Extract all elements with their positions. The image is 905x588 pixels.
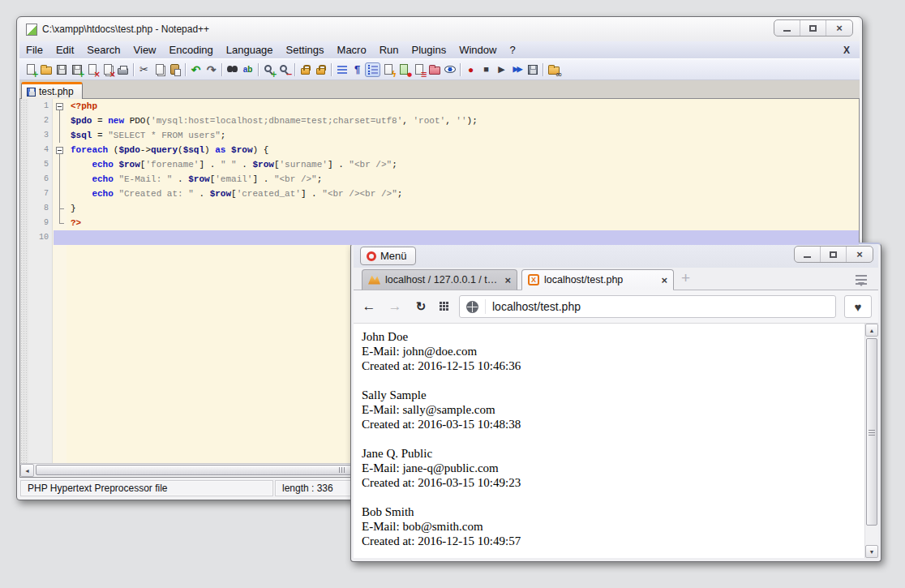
- menu-item-settings[interactable]: Settings: [280, 42, 331, 58]
- browser-tab[interactable]: localhost / 127.0.0.1 / test×: [362, 269, 517, 290]
- browser-tab-active[interactable]: localhost/test.php×: [521, 269, 674, 290]
- print-icon[interactable]: [115, 62, 131, 77]
- vertical-scrollbar[interactable]: ▲ ▼: [864, 324, 878, 558]
- folder-workspace-icon[interactable]: [427, 62, 442, 77]
- scroll-left-button[interactable]: ◄: [20, 464, 34, 477]
- code-text: [66, 230, 859, 245]
- stop-macro-icon[interactable]: ■: [478, 62, 494, 77]
- scroll-down-button[interactable]: ▼: [865, 545, 878, 558]
- undo-icon[interactable]: ↶: [188, 62, 204, 77]
- doc-map-icon[interactable]: ●: [396, 62, 411, 77]
- menu-item-run[interactable]: Run: [373, 42, 405, 58]
- open-folder-icon[interactable]: ∞: [546, 62, 561, 77]
- menu-item-edit[interactable]: Edit: [49, 42, 80, 58]
- menu-item-file[interactable]: File: [19, 42, 49, 58]
- bookmark-cell[interactable]: [20, 230, 28, 245]
- bookmark-heart-button[interactable]: ♥: [844, 295, 872, 318]
- menu-item-help[interactable]: ?: [503, 42, 521, 58]
- close-doc-icon[interactable]: ×: [84, 62, 100, 77]
- toolbar-separator: [294, 63, 295, 76]
- tab-close-icon[interactable]: ×: [504, 275, 511, 285]
- speed-dial-icon[interactable]: [440, 302, 449, 311]
- function-list-icon[interactable]: ϟ: [380, 62, 396, 77]
- menu-item-language[interactable]: Language: [220, 42, 280, 58]
- save-all-icon[interactable]: +: [69, 62, 84, 77]
- minimize-button[interactable]: [774, 20, 800, 36]
- save-macro-icon[interactable]: [525, 62, 540, 77]
- code-line-6: 6 echo "E-Mail: " . $row['email'] . "<br…: [20, 172, 859, 187]
- code-text: $sql = "SELECT * FROM users";: [66, 128, 859, 143]
- paste-icon[interactable]: [167, 62, 182, 77]
- new-file-icon[interactable]: +: [23, 62, 38, 77]
- menu-item-search[interactable]: Search: [80, 42, 127, 58]
- monitoring-icon[interactable]: [442, 62, 457, 77]
- menu-item-view[interactable]: View: [127, 42, 163, 58]
- bookmark-cell[interactable]: [20, 216, 28, 230]
- word-wrap-icon[interactable]: [334, 62, 350, 77]
- cut-icon[interactable]: ✂: [136, 62, 152, 77]
- fold-collapse-icon[interactable]: [54, 143, 66, 157]
- tab-close-icon[interactable]: ×: [661, 275, 667, 285]
- fold-marker: [54, 128, 66, 143]
- reload-button[interactable]: ↻: [412, 299, 430, 314]
- indent-guide-icon[interactable]: [365, 62, 380, 77]
- zoom-out-icon[interactable]: −: [277, 62, 292, 77]
- bookmark-cell[interactable]: [20, 128, 28, 143]
- bookmark-cell[interactable]: [20, 99, 28, 114]
- opera-titlebar[interactable]: Menü ×: [354, 244, 878, 268]
- minimize-button[interactable]: [795, 247, 821, 262]
- bookmark-cell[interactable]: [20, 201, 28, 216]
- redo-icon[interactable]: ↷: [204, 62, 219, 77]
- bookmark-cell[interactable]: [20, 172, 28, 187]
- bookmark-cell[interactable]: [20, 187, 28, 201]
- sync-horizontal-icon[interactable]: [313, 62, 328, 77]
- bookmark-cell[interactable]: [20, 114, 28, 128]
- maximize-button[interactable]: [821, 247, 847, 262]
- new-tab-button[interactable]: +: [681, 269, 690, 287]
- replace-icon[interactable]: ab: [240, 62, 255, 77]
- opera-menu-button[interactable]: Menü: [360, 247, 416, 265]
- maximize-button[interactable]: [800, 20, 826, 36]
- save-icon[interactable]: [54, 62, 69, 77]
- run-multiple-icon[interactable]: ▶▶: [509, 62, 525, 77]
- scroll-up-button[interactable]: ▲: [865, 324, 878, 337]
- close-all-docs-icon[interactable]: ×: [100, 62, 115, 77]
- code-line-7: 7 echo "Created at: " . $row['created_at…: [20, 187, 859, 201]
- record-macro-icon[interactable]: ●: [463, 62, 478, 77]
- show-all-chars-icon[interactable]: ¶: [350, 62, 365, 77]
- user-record: Bob SmithE-Mail: bob@smith.comCreated at…: [362, 504, 864, 548]
- scrollbar-track[interactable]: [865, 337, 878, 545]
- sync-vertical-icon[interactable]: [298, 62, 313, 77]
- menu-item-plugins[interactable]: Plugins: [405, 42, 453, 58]
- menu-item-encoding[interactable]: Encoding: [163, 42, 220, 58]
- notepadpp-titlebar[interactable]: C:\xampp\htdocs\test.php - Notepad++ ×: [19, 17, 860, 41]
- menu-item-macro[interactable]: Macro: [331, 42, 373, 58]
- fold-collapse-icon[interactable]: [54, 99, 66, 114]
- open-file-icon[interactable]: [38, 62, 54, 77]
- copy-icon[interactable]: [152, 62, 167, 77]
- user-record: Sally SampleE-Mail: sally@sample.comCrea…: [362, 388, 864, 431]
- address-bar[interactable]: localhost/test.php: [459, 295, 836, 318]
- tab-test-php[interactable]: test.php: [21, 82, 83, 99]
- scrollbar-thumb[interactable]: [866, 338, 877, 526]
- zoom-in-icon[interactable]: +: [261, 62, 277, 77]
- menubar-close-button[interactable]: X: [843, 45, 860, 56]
- notepadpp-app-icon: [26, 24, 37, 36]
- menu-item-window[interactable]: Window: [452, 42, 503, 58]
- back-button[interactable]: ←: [360, 298, 378, 315]
- xampp-icon: [528, 274, 539, 285]
- close-button[interactable]: ×: [847, 247, 873, 262]
- code-text: $pdo = new PDO('mysql:host=localhost;dbn…: [66, 114, 859, 128]
- tab-label: localhost / 127.0.0.1 / test: [385, 274, 500, 285]
- tab-menu-icon[interactable]: [856, 275, 867, 285]
- code-line-4: 4foreach ($pdo->query($sql) as $row) {: [20, 143, 859, 157]
- maximize-icon: [809, 25, 817, 32]
- bookmark-cell[interactable]: [20, 157, 28, 172]
- bookmark-cell[interactable]: [20, 143, 28, 157]
- tab-label: localhost/test.php: [544, 274, 656, 285]
- close-button[interactable]: ×: [826, 20, 852, 36]
- forward-button[interactable]: →: [386, 298, 404, 315]
- find-icon[interactable]: [225, 62, 240, 77]
- doc-switcher-icon[interactable]: ≡: [411, 62, 427, 77]
- play-macro-icon[interactable]: ▶: [494, 62, 509, 77]
